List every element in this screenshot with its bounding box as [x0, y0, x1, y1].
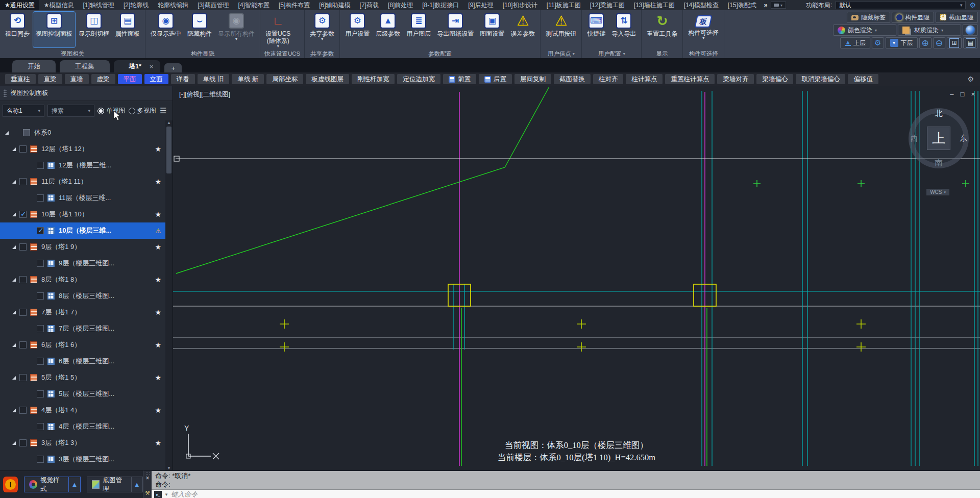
- tool-button[interactable]: 偏移值: [848, 74, 878, 84]
- tree-checkbox[interactable]: [19, 211, 27, 218]
- chevron-down-icon[interactable]: ▼: [164, 492, 168, 497]
- tree-row[interactable]: 7层（塔1 7）: [0, 304, 165, 320]
- favorite-star-icon[interactable]: [155, 341, 161, 349]
- scroll-up-icon[interactable]: ▲: [167, 120, 171, 125]
- tree-checkbox[interactable]: [19, 341, 27, 348]
- ribbon-button[interactable]: ↻ 重置工具条: [644, 12, 680, 47]
- tree-checkbox[interactable]: [37, 292, 44, 300]
- tree-row[interactable]: 6层（楼层三维图...: [0, 353, 165, 369]
- favorite-star-icon[interactable]: [155, 178, 161, 186]
- tool-button[interactable]: 前置: [443, 74, 476, 84]
- expand-arrow-icon[interactable]: [12, 213, 16, 216]
- tree-checkbox[interactable]: [19, 178, 27, 185]
- ribbon-group-label[interactable]: 用户配置▾: [582, 49, 641, 58]
- component-visibility-button[interactable]: 构件显隐: [892, 12, 934, 23]
- menu-item[interactable]: [10]初步设计: [498, 0, 542, 10]
- tree-checkbox[interactable]: [19, 407, 27, 414]
- tool-button[interactable]: 重置柱计算点: [665, 74, 715, 84]
- tool-button[interactable]: 立面: [144, 74, 168, 84]
- expand-arrow-icon[interactable]: [12, 180, 16, 184]
- favorite-star-icon[interactable]: [155, 308, 161, 316]
- expand-arrow-icon[interactable]: [12, 245, 16, 249]
- tab-tower1[interactable]: 塔1* ×: [114, 60, 161, 72]
- ribbon-button[interactable]: ⇅ 导入导出: [609, 12, 639, 47]
- ribbon-button[interactable]: ⌨ 快捷键: [584, 12, 608, 47]
- menu-item[interactable]: [9]后处理: [463, 0, 498, 10]
- expand-arrow-icon[interactable]: [12, 147, 16, 151]
- menu-item[interactable]: 轮廓线编辑: [153, 0, 193, 10]
- tool-button[interactable]: 直墙: [65, 74, 89, 84]
- multi-view-radio[interactable]: 多视图: [129, 107, 157, 115]
- ribbon-button[interactable]: ◉ 显示所有构件 ▾: [215, 12, 257, 47]
- close-icon[interactable]: ×: [150, 63, 154, 70]
- tree-row[interactable]: 7层（楼层三维图...: [0, 320, 165, 337]
- wcs-selector[interactable]: WCS: [926, 189, 949, 195]
- ribbon-button[interactable]: ⚠ 测试用按钮: [543, 12, 579, 47]
- tree-checkbox[interactable]: [37, 456, 44, 463]
- ribbon-button[interactable]: ≣ 用户图层 ▾: [404, 12, 433, 47]
- favorite-star-icon[interactable]: [155, 374, 161, 382]
- expand-arrow-icon[interactable]: [12, 409, 16, 412]
- ribbon-button[interactable]: ⟲ 视口同步 ▾: [3, 12, 32, 47]
- tree-row[interactable]: 10层（楼层三维...: [0, 222, 165, 239]
- expand-arrow-icon[interactable]: [12, 376, 16, 380]
- scroll-down-icon[interactable]: ▼: [167, 466, 171, 470]
- compass-south[interactable]: 南: [935, 158, 943, 168]
- tree-checkbox[interactable]: [19, 439, 27, 446]
- close-icon[interactable]: ×: [145, 475, 149, 481]
- menu-item[interactable]: [8-1]数据接口: [418, 0, 463, 10]
- zoom-out-button[interactable]: [933, 37, 945, 48]
- tree-checkbox[interactable]: [37, 260, 44, 267]
- ribbon-button[interactable]: ∟ 设置UCS (随体系) ▾: [263, 12, 293, 47]
- ribbon-button[interactable]: ▤ 属性面板 ▾: [113, 12, 142, 47]
- column-boxes-yellow[interactable]: [448, 284, 716, 306]
- ribbon-button[interactable]: ⇥ 导出图纸设置 ▾: [434, 12, 476, 47]
- wrench-icon[interactable]: ⚒: [145, 490, 150, 496]
- scrollbar-thumb[interactable]: [166, 127, 172, 173]
- tree-row[interactable]: 5层（楼层三维图...: [0, 386, 165, 402]
- tree-checkbox[interactable]: [19, 309, 27, 316]
- tool-button[interactable]: 板虚线图层: [306, 74, 349, 84]
- upper-floor-button[interactable]: 上层: [840, 37, 870, 48]
- expand-arrow-icon[interactable]: [5, 131, 9, 135]
- section-visibility-button[interactable]: 截面显隐: [936, 12, 978, 23]
- tree-row[interactable]: 11层（塔1 11）: [0, 173, 165, 190]
- alert-button[interactable]: !: [3, 477, 18, 492]
- tree-checkbox[interactable]: [37, 162, 44, 169]
- gear-icon[interactable]: ⚙: [969, 1, 976, 9]
- tree-panel-toggle-button[interactable]: ⊞: [947, 37, 962, 48]
- tree-row[interactable]: 3层（楼层三维图...: [0, 451, 165, 467]
- tree-checkbox[interactable]: [37, 227, 44, 234]
- tool-button[interactable]: 层间复制: [514, 74, 551, 84]
- menu-item[interactable]: [8]前处理: [383, 0, 418, 10]
- tool-button[interactable]: 局部坐标: [266, 74, 303, 84]
- grid-lines-cyan[interactable]: [453, 91, 978, 466]
- ribbon-button[interactable]: ▲ 层级参数 ▾: [373, 12, 403, 47]
- ribbon-collapse-button[interactable]: [771, 2, 786, 9]
- color-render-button[interactable]: 颜色渲染 ▾: [833, 24, 896, 36]
- tree-row[interactable]: 6层（塔1 6）: [0, 337, 165, 353]
- zoom-in-button[interactable]: [919, 37, 932, 48]
- visual-style-button[interactable]: 视觉样式 ▲: [24, 477, 80, 492]
- tool-button[interactable]: 截面替换: [554, 74, 591, 84]
- tool-button[interactable]: 梁墙偏心: [756, 74, 793, 84]
- tab-project-set[interactable]: 工程集: [60, 60, 110, 72]
- ribbon-button[interactable]: ⊞ 视图控制面板 ▾: [33, 12, 75, 47]
- tool-button[interactable]: 取消梁墙偏心: [796, 74, 845, 84]
- tree-row[interactable]: 9层（塔1 9）: [0, 239, 165, 255]
- menu-item[interactable]: [15]装配式: [723, 0, 761, 10]
- menu-item[interactable]: [14]模型检查: [679, 0, 723, 10]
- floor-lines-grey[interactable]: [173, 306, 980, 348]
- minimize-icon[interactable]: –: [950, 90, 953, 98]
- view-list-icon[interactable]: ☰: [160, 106, 166, 115]
- expand-arrow-icon[interactable]: [12, 441, 16, 445]
- menu-item[interactable]: ★通用设置: [0, 0, 39, 10]
- menu-item[interactable]: [12]梁施工图: [585, 0, 629, 10]
- tree-row[interactable]: 11层（楼层三维...: [0, 190, 165, 206]
- tree-row[interactable]: 3层（塔1 3）: [0, 435, 165, 451]
- menu-item[interactable]: [6]辅助建模: [314, 0, 355, 10]
- maximize-icon[interactable]: □: [961, 90, 965, 98]
- close-icon[interactable]: ×: [971, 90, 975, 98]
- name-filter-dropdown[interactable]: 名称1: [3, 105, 44, 117]
- search-dropdown[interactable]: 搜索: [47, 105, 94, 117]
